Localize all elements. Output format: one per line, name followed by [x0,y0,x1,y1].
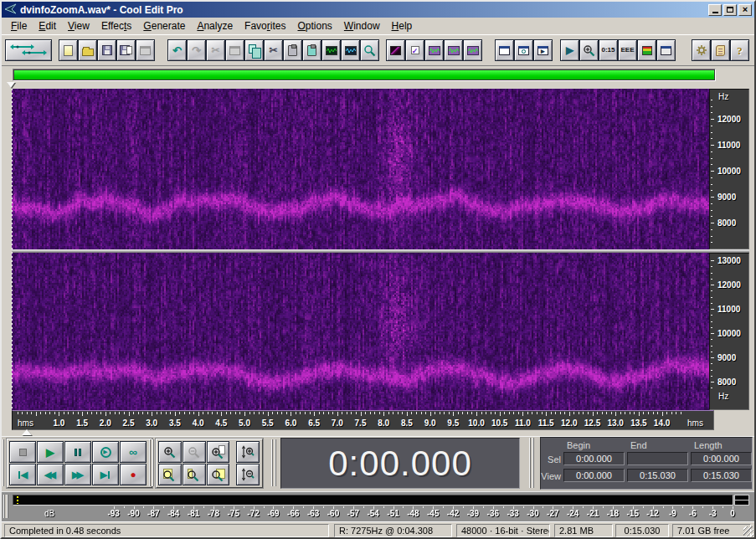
time-panel-grip[interactable] [271,439,276,486]
menu-help[interactable]: Help [386,18,419,33]
help-button[interactable]: ? [730,39,749,61]
meter-grip[interactable] [3,495,8,518]
save-file-button[interactable] [97,39,116,61]
overview-view-range[interactable] [14,70,714,80]
menu-view[interactable]: View [62,18,95,33]
undo-button[interactable]: ↶ [167,39,187,61]
ruler-tick [711,210,712,211]
fast-forward-button[interactable]: ▶▶ [64,464,91,485]
waveform-options-1-button[interactable] [424,39,444,61]
zright-icon [211,468,225,482]
blank-window-button[interactable] [656,39,676,61]
meter-db-scale: dB-93-90-87-84-81-78-75-72-69-66-63-60-5… [13,506,749,520]
view-end-field[interactable]: 0:15.030 [627,469,688,482]
waveform-options-2-button[interactable] [444,39,463,61]
new-file-button[interactable] [59,39,78,61]
menu-analyze[interactable]: Analyze [191,18,239,33]
cut-selection-button[interactable]: ✂ [264,39,283,61]
copy-button[interactable] [244,39,264,61]
go-to-beginning-button[interactable]: ◀ [9,464,36,485]
spectral-view-button[interactable] [386,39,405,61]
redo-button[interactable]: ↷ [187,39,206,61]
play-window-button[interactable]: ▶ [560,39,579,61]
convert-sample-type-button[interactable] [341,39,360,61]
ruler-tick [342,412,342,414]
toggle-multitrack-view-button[interactable] [5,39,52,61]
cursor-marker-bottom[interactable] [22,429,32,435]
open-file-button[interactable] [78,39,97,61]
menu-generate[interactable]: Generate [137,18,191,33]
close-button[interactable]: × [738,4,752,16]
ruler-tick [481,412,482,414]
time-window-button[interactable]: 0:15 [599,39,618,61]
ruler-tick [583,412,584,414]
cue-list-button[interactable]: EEE [618,39,637,61]
menu-effects[interactable]: Effects [95,18,137,33]
stop-button[interactable] [9,441,36,463]
sel-end-field[interactable] [627,452,688,465]
menu-options[interactable]: Options [291,18,337,33]
record-button[interactable]: ● [120,464,147,485]
view-begin-field[interactable]: 0:00.000 [563,469,625,482]
menu-file[interactable]: File [5,18,33,33]
zoom-left-edge-button[interactable] [183,464,206,485]
sel-begin-field[interactable]: 0:00.000 [563,452,625,465]
zoom-out-vertical-button[interactable] [236,464,260,485]
settings-button[interactable] [692,39,711,61]
zoom-panel-grip[interactable] [149,439,154,486]
zoom-to-selection-tool-button[interactable] [360,39,379,61]
ruler-tick [711,388,712,388]
scripts-button[interactable]: ✓ [405,39,424,61]
batch-scripts-button[interactable] [711,39,730,61]
ruler-tick [138,412,139,414]
selview-panel-grip[interactable] [529,438,534,488]
play-looped-button[interactable]: ▶ [92,441,119,463]
timeline-ruler[interactable]: hmshms1.01.52.02.53.03.54.04.55.05.56.06… [12,410,714,430]
frequency-ruler-top[interactable]: Hz12000110001000090008000 [709,89,749,249]
spectrogram-left-channel[interactable] [12,89,709,249]
save-as-button[interactable] [116,39,136,61]
zoom-in-horizontal-button[interactable] [158,441,182,463]
spectrogram-right-channel[interactable] [12,253,709,410]
paste-button[interactable] [283,39,302,61]
find-zoom-button[interactable] [579,39,599,61]
zoom-out-horizontal-button[interactable] [183,441,206,463]
copy-to-new-button[interactable] [225,39,244,61]
level-meter-bar[interactable] [13,495,733,506]
zoom-in-vertical-button[interactable] [236,441,260,463]
window-options-button[interactable] [495,39,514,61]
cursor-marker-top[interactable] [7,82,15,88]
zoom-out-full-button[interactable] [158,464,182,485]
zoom-to-selection-button[interactable] [207,441,230,463]
menu-window[interactable]: Window [338,18,386,33]
window-find-button[interactable] [514,39,533,61]
loop-button[interactable]: ∞ [120,441,147,463]
trim-button[interactable] [321,39,341,61]
menu-favorites[interactable]: Favorites [239,18,291,33]
save-all-button[interactable] [136,39,155,61]
ruler-label: 12000 [717,116,741,124]
maximize-button[interactable] [723,4,737,16]
overview-navigation-bar[interactable] [13,69,716,81]
show-levels-button[interactable] [637,39,656,61]
sel-length-field[interactable]: 0:00.000 [691,452,752,465]
go-to-end-button[interactable]: ▶ [92,464,119,485]
ruler-tick [221,412,222,416]
time-display[interactable]: 0:00.000 [281,439,519,488]
resize-grip[interactable] [743,526,753,536]
window-next-button[interactable]: ▸ [533,39,553,61]
waveform-options-3-button[interactable] [463,39,482,61]
frequency-ruler-bottom[interactable]: Hz1300012000110001000090008000 [709,253,749,410]
mix-paste-button[interactable] [302,39,321,61]
minimize-button[interactable] [708,4,722,16]
rewind-button[interactable]: ◀◀ [37,464,64,485]
pause-button[interactable] [64,441,91,463]
ruler-tick [711,126,712,126]
view-length-field[interactable]: 0:15.030 [691,469,752,482]
ruler-tick [503,506,504,508]
play-button[interactable]: ▶ [37,441,64,463]
zoom-right-edge-button[interactable] [207,464,230,485]
clip-indicator[interactable] [734,495,749,506]
menu-edit[interactable]: Edit [33,18,62,33]
cut-button[interactable]: ✂ [206,39,225,61]
